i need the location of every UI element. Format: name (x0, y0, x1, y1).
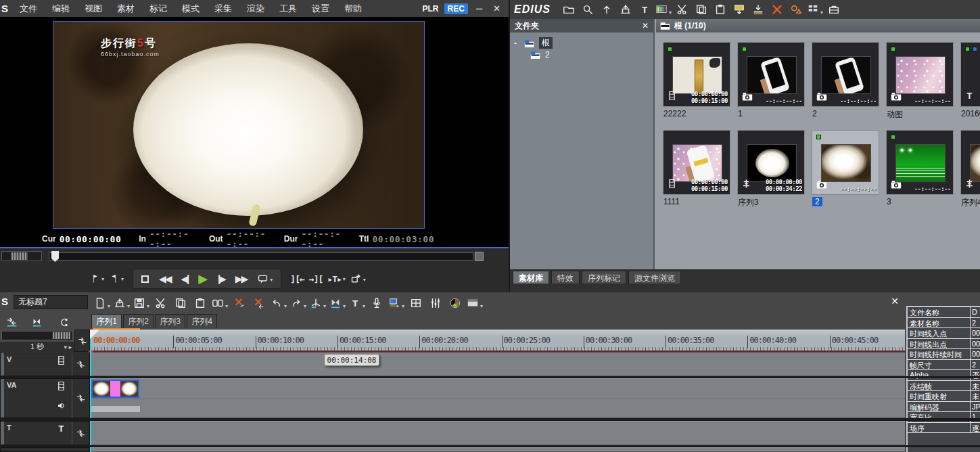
bin-clip[interactable]: 00:00:00:0000:00:15:001111 (663, 130, 730, 218)
timeline-delete-in-out-icon[interactable] (231, 295, 248, 311)
bin-search-icon[interactable] (579, 1, 597, 18)
menu-item[interactable]: 采集 (207, 3, 239, 15)
timeline-redo-icon[interactable]: ▾ (289, 295, 307, 311)
ripple-mode-icon[interactable] (3, 314, 20, 330)
bin-toolbox-icon[interactable] (825, 1, 843, 18)
timeline-paste-icon[interactable] (191, 295, 209, 311)
bin-clip[interactable]: --:--:--:--2 (812, 130, 879, 218)
position-bar[interactable] (49, 252, 473, 261)
transport-play-icon[interactable]: ▶ (198, 271, 208, 286)
track-ripple-cell[interactable] (72, 379, 89, 417)
bin-create-shape-icon[interactable] (787, 1, 805, 18)
timeline-copy-icon[interactable] (172, 295, 189, 311)
folder-tree-item[interactable]: 2 (514, 49, 649, 60)
transport-rewind-icon[interactable]: ◀◀ (159, 273, 171, 284)
transport-set-in-point-icon[interactable]: ▾ (89, 273, 104, 284)
bin-add-file-icon[interactable] (749, 1, 767, 18)
chevron-down-icon[interactable]: ▾ (820, 9, 823, 18)
menu-item[interactable]: 视图 (77, 3, 110, 15)
bin-open-import-icon[interactable] (617, 1, 634, 18)
menu-item[interactable]: 素材 (110, 3, 142, 15)
bin-clip[interactable]: --:--:--:--动图 (886, 42, 954, 130)
bin-clip[interactable]: 序列4 (960, 130, 980, 218)
timeline-add-cut-point-icon[interactable]: ▾ (309, 295, 327, 311)
chevron-down-icon[interactable]: ▾ (304, 303, 306, 311)
shuttle-handle[interactable] (11, 252, 28, 260)
bin-clip[interactable]: --:--:--:--1 (737, 42, 805, 130)
timeline-color-wheel-icon[interactable] (446, 295, 464, 311)
timeline-new-sequence-icon[interactable]: ▾ (93, 295, 111, 311)
chevron-down-icon[interactable]: ▾ (127, 303, 130, 311)
chevron-down-icon[interactable]: ▾ (343, 276, 346, 284)
shuttle-slider[interactable] (1, 251, 42, 261)
timeline-open-project-icon[interactable]: ▾ (113, 295, 131, 311)
menu-item[interactable]: 标记 (142, 3, 174, 15)
timeline-cut-icon[interactable] (152, 295, 170, 311)
clip-tile[interactable]: T (960, 42, 980, 107)
menu-item[interactable]: 编辑 (45, 3, 77, 15)
chevron-down-icon[interactable]: ▾ (343, 303, 346, 311)
track-lane-va[interactable] (91, 378, 905, 418)
clip-tile[interactable]: 00:00:00:0000:00:15:00 (663, 130, 730, 195)
timeline-render-export-icon[interactable]: ▾ (388, 295, 405, 311)
menu-item[interactable]: 文件 (12, 3, 45, 15)
clip-tile[interactable]: --:--:--:-- (886, 42, 954, 107)
menu-item[interactable]: 帮助 (337, 3, 369, 15)
track-ripple-cell[interactable] (72, 422, 89, 445)
track-header-va[interactable]: VA (0, 378, 90, 418)
chevron-down-icon[interactable]: ▾ (669, 9, 672, 18)
bin-clip[interactable]: 00:00:00:0000:00:15:0022222 (663, 42, 730, 130)
menu-item[interactable]: 工具 (272, 3, 304, 15)
transport-play-around-cursor-icon[interactable]: ▸T▸▾ (327, 274, 346, 284)
timeline-close-icon[interactable]: ✕ (889, 296, 901, 308)
bin-delete-icon[interactable] (768, 1, 786, 18)
timeline-create-title-icon[interactable]: T▾ (348, 295, 366, 311)
timeline-undo-icon[interactable]: ▾ (270, 295, 287, 311)
bin-add-capture-icon[interactable] (730, 1, 748, 18)
playhead-line[interactable] (90, 330, 91, 452)
chevron-down-icon[interactable]: ▾ (363, 277, 366, 285)
chevron-down-icon[interactable]: ▾ (270, 277, 273, 285)
transport-next-frame-icon[interactable]: |▶ (218, 273, 225, 284)
bin-clip[interactable]: T20160 (960, 42, 980, 130)
zoom-slider-handle[interactable] (53, 332, 70, 339)
chevron-down-icon[interactable]: ▾ (225, 303, 228, 311)
sequence-tab-1[interactable]: 序列1 (91, 314, 122, 328)
timeline-add-transition-icon[interactable]: ▾ (329, 295, 346, 311)
track-header-v[interactable]: V (0, 353, 90, 376)
sequence-tab-4[interactable]: 序列4 (187, 314, 217, 328)
menu-item[interactable]: 模式 (174, 3, 207, 15)
clip-tile[interactable]: --:--:--:-- (812, 130, 879, 195)
chevron-down-icon[interactable]: ▾ (101, 276, 104, 284)
chevron-down-icon[interactable]: ▾ (363, 303, 365, 311)
clip-tile[interactable]: --:--:--:-- (886, 130, 954, 195)
chevron-down-icon[interactable]: ▾ (402, 303, 404, 311)
position-handle[interactable] (51, 251, 59, 262)
sequence-tab-3[interactable]: 序列3 (155, 314, 185, 328)
transition-mode-icon[interactable] (28, 314, 46, 330)
bin-view-mode-icon[interactable]: ▾ (806, 1, 824, 18)
timeline-audio-mixer-icon[interactable] (427, 295, 444, 311)
zoom-dropdown-arrows[interactable]: ▾ ▸ (64, 344, 72, 351)
timeline-clip[interactable] (91, 380, 139, 398)
track-lane-t[interactable] (91, 421, 905, 445)
bin-move-up-icon[interactable] (598, 1, 615, 18)
timeline-zoom-slider[interactable] (1, 331, 73, 340)
timeline-delete-ripple-icon[interactable] (250, 295, 268, 311)
chevron-down-icon[interactable]: ▾ (147, 303, 149, 311)
clip-tile[interactable]: 00:00:00:0000:00:15:00 (663, 42, 730, 107)
position-bar-end-button[interactable] (475, 252, 484, 261)
clip-tile[interactable]: --:--:--:-- (812, 42, 879, 107)
timeline-replace-icon[interactable]: ▾ (211, 295, 229, 311)
clip-tile[interactable]: --:--:--:-- (737, 42, 805, 107)
folder-panel-close-icon[interactable]: ✕ (642, 21, 649, 30)
bin-clip[interactable]: --:--:--:--3 (886, 130, 954, 218)
timeline-save-project-icon[interactable]: ▾ (133, 295, 150, 311)
bin-clip[interactable]: 00:00:00:0000:00:34:22序列3 (737, 130, 805, 218)
transport-stop-icon[interactable] (141, 275, 149, 283)
bin-cut-icon[interactable] (674, 1, 691, 18)
timeline-zoom-level[interactable]: 1 秒 ▾ ▸ (0, 342, 74, 352)
track-ripple-cell[interactable] (72, 353, 89, 376)
bin-tab-1[interactable]: 素材库 (513, 271, 549, 284)
bin-create-title-icon[interactable]: T (636, 1, 653, 18)
